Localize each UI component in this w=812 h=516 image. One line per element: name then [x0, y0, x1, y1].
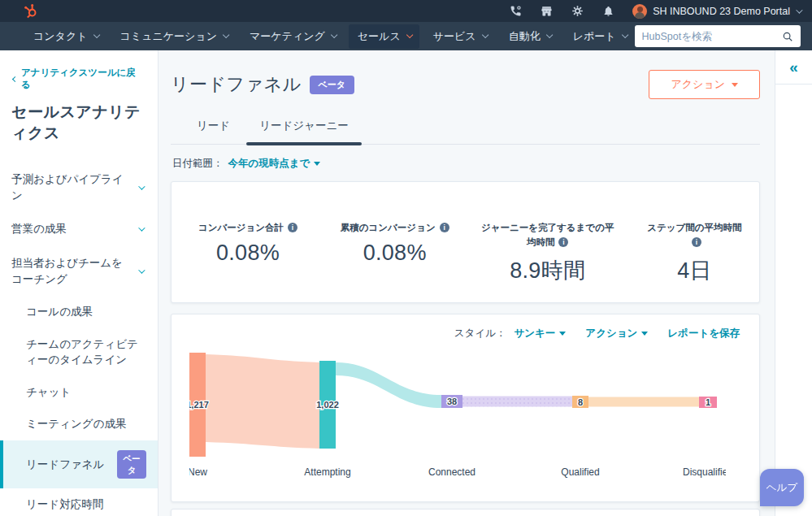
sankey-chart-card: スタイル： サンキー アクション レポートを保存	[171, 314, 760, 502]
phone-icon[interactable]	[509, 5, 522, 18]
nav-item-automation[interactable]: 自動化	[500, 24, 559, 49]
hubspot-logo-icon[interactable]	[23, 3, 39, 20]
main-content: リードファネル ベータ アクション リード リードジャーニー 日付範囲： 今年の…	[158, 50, 775, 516]
node-value-new: 1,217	[189, 400, 209, 410]
stat-value: 0.08%	[172, 241, 324, 266]
flow-attempting-connected[interactable]	[336, 362, 441, 408]
right-panel-collapsed: «	[775, 50, 812, 516]
chevron-down-icon	[482, 31, 489, 37]
sidebar-item-meeting-outcomes[interactable]: ミーティングの成果	[0, 408, 158, 440]
stat-avg-step-time: ステップ間の平均時間i 4日	[630, 182, 759, 302]
stage-label-disqualified: Disqualified	[683, 466, 726, 478]
style-label: スタイル：	[454, 327, 506, 340]
sidebar-group-coaching[interactable]: 担当者およびチームをコーチング	[0, 246, 158, 296]
info-icon[interactable]: i	[288, 223, 297, 232]
marketplace-icon[interactable]	[540, 5, 553, 18]
nav-item-communications[interactable]: コミュニケーション	[111, 24, 236, 49]
chevron-down-icon	[93, 31, 99, 37]
main-nav: コンタクト コミュニケーション マーケティング セールス サービス 自動化 レポ…	[0, 22, 812, 50]
stage-label-attempting: Attempting	[304, 466, 350, 478]
stat-value: 4日	[630, 256, 759, 285]
style-dropdown[interactable]: サンキー	[514, 327, 566, 340]
nav-item-sales[interactable]: セールス	[349, 24, 419, 49]
stage-label-new: New	[189, 466, 207, 478]
sidebar-item-lead-response-time[interactable]: リード対応時間	[0, 488, 158, 516]
chevron-down-icon	[138, 225, 145, 232]
sidebar-item-chat[interactable]: チャット	[0, 376, 158, 409]
help-button[interactable]: ヘルプ	[760, 469, 804, 506]
page-title: リードファネル	[171, 72, 302, 97]
chevron-down-icon	[406, 31, 413, 37]
stat-avg-journey-time: ジャーニーを完了するまでの平均時間i 8.9時間	[465, 182, 629, 302]
node-value-disqualified: 1	[706, 397, 710, 407]
sidebar-item-lead-funnel[interactable]: リードファネル ベータ	[0, 440, 158, 488]
tab-lead-journey[interactable]: リードジャーニー	[245, 111, 363, 144]
sidebar-title: セールスアナリティクス	[0, 102, 158, 143]
chart-actions-dropdown[interactable]: アクション	[585, 327, 648, 340]
info-icon[interactable]: i	[440, 223, 449, 232]
chevron-down-icon	[331, 31, 337, 37]
sidebar-group-forecast[interactable]: 予測およびパイプライン	[0, 163, 158, 212]
stat-cumulative-conversion: 累積のコンバージョンi 0.08%	[324, 182, 466, 302]
lead-journey-sankey-chart[interactable]: 1,217 1,022 38 8 1 New Attempting Connec…	[189, 349, 726, 480]
flow-new-attempting[interactable]	[206, 354, 319, 449]
beta-badge: ベータ	[310, 76, 355, 94]
secondary-report-card: アクション レポートを保存	[171, 509, 760, 516]
nav-item-contacts[interactable]: コンタクト	[24, 24, 106, 49]
sidebar: アナリティクスツールに戻る セールスアナリティクス 予測およびパイプライン 営業…	[0, 50, 158, 516]
nav-item-marketing[interactable]: マーケティング	[241, 24, 344, 49]
sidebar-item-call-outcomes[interactable]: コールの成果	[0, 296, 158, 328]
back-to-analytics-link[interactable]: アナリティクスツールに戻る	[0, 67, 158, 91]
search-input[interactable]	[642, 31, 782, 42]
stage-label-qualified: Qualified	[561, 466, 599, 478]
summary-stats-card: コンバージョン合計i 0.08% 累積のコンバージョンi 0.08% ジャーニー…	[171, 181, 760, 303]
actions-button[interactable]: アクション	[649, 70, 760, 99]
expand-panel-icon[interactable]: «	[789, 59, 798, 76]
chevron-down-icon	[546, 31, 553, 37]
beta-badge: ベータ	[117, 450, 146, 479]
sidebar-group-sales-outcomes[interactable]: 営業の成果	[0, 212, 158, 246]
chevron-left-icon	[12, 76, 18, 81]
settings-icon[interactable]	[571, 5, 584, 18]
save-report-link[interactable]: レポートを保存	[667, 327, 740, 340]
stat-value: 0.08%	[324, 241, 466, 266]
date-range-dropdown[interactable]: 今年の現時点まで	[228, 157, 321, 171]
flow-connected-qualified[interactable]	[462, 397, 572, 407]
stat-total-conversion: コンバージョン合計i 0.08%	[172, 182, 324, 302]
date-range-label: 日付範囲：	[172, 157, 224, 171]
notifications-icon[interactable]	[601, 5, 614, 18]
stat-value: 8.9時間	[465, 256, 629, 285]
caret-down-icon	[732, 83, 738, 87]
caret-down-icon	[641, 332, 648, 336]
avatar	[632, 4, 647, 19]
chevron-down-icon	[796, 7, 802, 13]
nav-item-reports[interactable]: レポート	[564, 24, 635, 49]
node-value-qualified: 8	[578, 397, 583, 407]
search-icon	[782, 31, 793, 42]
nav-item-service[interactable]: サービス	[424, 24, 495, 49]
caret-down-icon	[314, 162, 320, 166]
sidebar-item-team-activity-timeline[interactable]: チームのアクティビティーのタイムライン	[0, 328, 158, 376]
node-value-attempting: 1,022	[316, 400, 339, 410]
account-menu[interactable]: SH INBOUND 23 Demo Portal	[632, 4, 801, 19]
global-search[interactable]	[635, 25, 801, 47]
chevron-down-icon	[138, 267, 145, 273]
info-icon[interactable]: i	[692, 237, 701, 247]
portal-name: SH INBOUND 23 Demo Portal	[653, 6, 790, 17]
tab-leads[interactable]: リード	[182, 111, 245, 144]
chevron-down-icon	[138, 183, 145, 189]
node-value-connected: 38	[447, 397, 457, 406]
stage-label-connected: Connected	[428, 466, 475, 478]
flow-qualified-disqualified[interactable]	[588, 397, 699, 407]
chevron-down-icon	[621, 31, 627, 37]
caret-down-icon	[559, 332, 566, 336]
chevron-down-icon	[223, 31, 229, 37]
info-icon[interactable]: i	[558, 237, 568, 247]
tab-bar: リード リードジャーニー	[171, 111, 760, 145]
top-bar: SH INBOUND 23 Demo Portal	[0, 0, 812, 22]
